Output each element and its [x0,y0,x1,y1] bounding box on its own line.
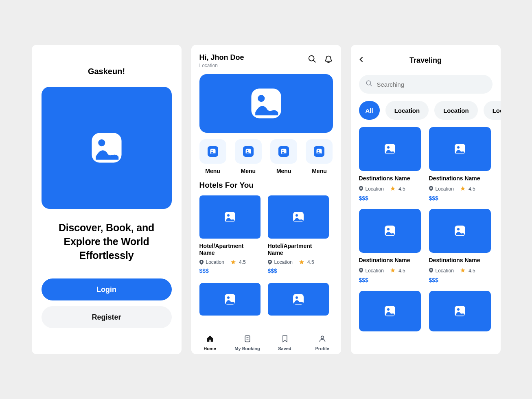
menu-item[interactable]: Menu [235,139,262,174]
destination-card[interactable]: Destinations Name Location 4.5 $$$ [359,127,421,202]
destination-card[interactable] [359,291,421,331]
destination-title: Destinations Name [359,257,421,264]
star-icon [299,260,304,265]
menu-tile [306,139,333,164]
bottom-fade [191,318,341,331]
greeting-block: Hi, Jhon Doe Location [199,54,244,68]
destination-rating: 4.5 [398,268,405,274]
destination-location: Location [366,268,384,274]
topbar: Hi, Jhon Doe Location [191,45,341,68]
search-icon [366,80,373,89]
pin-icon [359,267,363,274]
profile-icon [318,335,326,344]
nav-profile[interactable]: Profile [308,335,337,351]
star-icon [460,267,465,274]
chip-all[interactable]: All [359,101,380,120]
star-icon [390,267,395,274]
chip-location[interactable]: Location [434,101,478,120]
tagline-text: Discover, Book, and Explore the World Ef… [42,221,171,262]
hotel-price: $$$ [268,267,329,274]
hotel-title: Hotel/Apartment Name [268,243,329,256]
destination-image-placeholder [429,209,491,253]
home-screen: Hi, Jhon Doe Location Menu Me [191,45,341,354]
hotel-location: Location [206,259,224,265]
star-icon [460,185,465,193]
destination-card[interactable]: Destinations Name Location 4.5 $$$ [429,209,491,283]
svg-point-5 [309,56,314,61]
login-button[interactable]: Login [42,278,172,300]
hotel-meta: Location 4.5 [199,259,261,265]
svg-point-11 [366,81,371,85]
destination-image-placeholder [359,127,421,171]
hotel-grid-peek [199,283,333,316]
menu-label: Menu [312,168,327,174]
hotel-price: $$$ [199,267,261,274]
chip-location[interactable]: Location [484,101,501,120]
svg-line-12 [370,84,372,86]
banner-image-placeholder[interactable] [199,74,333,133]
bell-icon[interactable] [324,55,333,65]
hotel-image-placeholder[interactable] [199,283,261,316]
nav-home[interactable]: Home [196,335,224,351]
pin-icon [359,185,363,193]
destination-row: Destinations Name Location 4.5 $$$ Desti… [359,209,493,283]
nav-saved[interactable]: Saved [271,335,299,351]
menu-tile [235,139,262,164]
destination-card[interactable]: Destinations Name Location 4.5 $$$ [359,209,421,283]
svg-point-10 [321,336,324,339]
topbar-actions [308,55,333,65]
brand-title: Gaskeun! [40,67,173,76]
filter-chips: All Location Location Location [351,94,501,120]
pin-icon [199,260,204,265]
hotel-meta: Location 4.5 [268,259,329,265]
destination-list: Destinations Name Location 4.5 $$$ Desti… [351,120,501,331]
hotel-card[interactable]: Hotel/Apartment Name Location 4.5 $$$ [199,195,261,274]
hotel-rating: 4.5 [307,259,314,265]
traveling-screen: Traveling All Location Location Location… [351,45,501,354]
back-button[interactable] [357,55,366,65]
booking-icon [243,335,252,344]
hero-image-placeholder [42,87,172,209]
destination-rating: 4.5 [398,186,405,192]
hotel-location: Location [274,259,293,265]
destination-image-placeholder [429,291,491,331]
header: Traveling [351,51,501,69]
bottom-nav: Home My Booking Saved Profile [191,331,341,354]
destination-meta: Location 4.5 [429,185,491,193]
destination-price: $$$ [429,277,491,283]
register-button[interactable]: Register [42,306,172,328]
search-field[interactable] [377,81,486,88]
onboarding-screen: Gaskeun! Discover, Book, and Explore the… [32,45,182,354]
hotel-rating: 4.5 [239,259,246,265]
menu-item[interactable]: Menu [199,139,226,174]
destination-location: Location [436,186,454,192]
search-icon[interactable] [308,55,317,65]
hotel-card[interactable]: Hotel/Apartment Name Location 4.5 $$$ [268,195,329,274]
destination-location: Location [436,268,454,274]
home-icon [206,335,214,344]
search-input[interactable] [359,75,493,94]
nav-booking[interactable]: My Booking [233,335,262,351]
menu-item[interactable]: Menu [270,139,297,174]
hotel-image-placeholder [199,195,261,239]
menu-tile [199,139,226,164]
pin-icon [268,260,272,265]
destination-card[interactable]: Destinations Name Location 4.5 $$$ [429,127,491,202]
menu-item[interactable]: Menu [306,139,333,174]
svg-line-6 [313,60,315,63]
greeting-text: Hi, Jhon Doe [199,54,244,62]
destination-price: $$$ [359,195,421,202]
destination-card[interactable] [429,291,491,331]
destination-location: Location [366,186,384,192]
chip-location[interactable]: Location [385,101,429,120]
hotels-section: Hotels For You Hotel/Apartment Name Loca… [191,174,341,316]
menu-label: Menu [276,168,291,174]
destination-image-placeholder [429,127,491,171]
destination-title: Destinations Name [429,175,491,182]
destination-image-placeholder [359,291,421,331]
hotel-grid: Hotel/Apartment Name Location 4.5 $$$ Ho… [199,195,333,274]
bookmark-icon [281,335,289,344]
hotel-image-placeholder[interactable] [268,283,329,316]
destination-price: $$$ [429,195,491,202]
destination-rating: 4.5 [469,186,475,192]
